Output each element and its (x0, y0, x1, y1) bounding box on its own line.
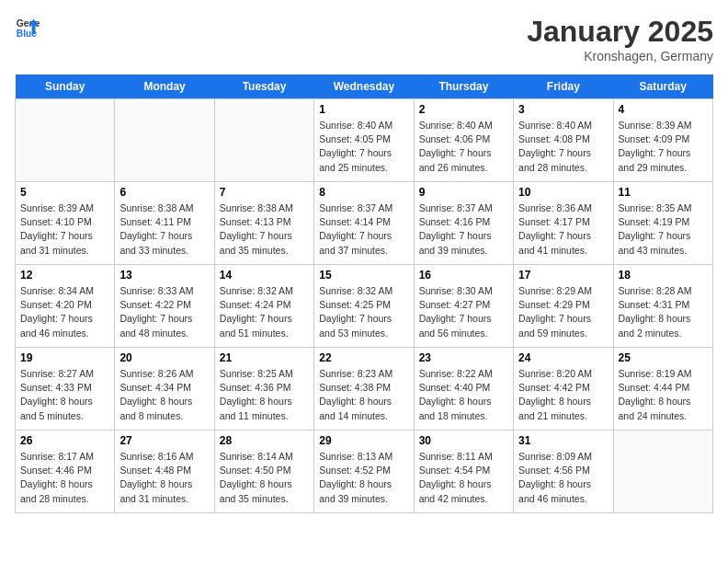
day-cell-23: 23Sunrise: 8:22 AM Sunset: 4:40 PM Dayli… (414, 348, 513, 431)
day-info: Sunrise: 8:39 AM Sunset: 4:09 PM Dayligh… (619, 119, 708, 175)
date-number: 19 (20, 351, 109, 364)
date-number: 23 (419, 351, 508, 364)
date-number: 11 (619, 186, 708, 199)
empty-cell (115, 99, 214, 182)
date-number: 15 (319, 269, 408, 282)
date-number: 20 (119, 351, 209, 364)
date-number: 2 (419, 103, 508, 116)
day-info: Sunrise: 8:32 AM Sunset: 4:25 PM Dayligh… (319, 284, 408, 340)
weekday-header-wednesday: Wednesday (314, 75, 414, 99)
date-number: 25 (619, 351, 708, 364)
day-info: Sunrise: 8:38 AM Sunset: 4:11 PM Dayligh… (119, 201, 209, 258)
date-number: 22 (319, 351, 408, 364)
day-cell-5: 5Sunrise: 8:39 AM Sunset: 4:10 PM Daylig… (16, 182, 115, 265)
day-info: Sunrise: 8:27 AM Sunset: 4:33 PM Dayligh… (20, 367, 109, 423)
day-cell-15: 15Sunrise: 8:32 AM Sunset: 4:25 PM Dayli… (314, 265, 414, 348)
day-cell-30: 30Sunrise: 8:11 AM Sunset: 4:54 PM Dayli… (414, 431, 513, 513)
day-info: Sunrise: 8:19 AM Sunset: 4:44 PM Dayligh… (619, 367, 708, 423)
day-cell-7: 7Sunrise: 8:38 AM Sunset: 4:13 PM Daylig… (214, 182, 313, 265)
weekday-header-row: SundayMondayTuesdayWednesdayThursdayFrid… (16, 75, 713, 99)
day-info: Sunrise: 8:13 AM Sunset: 4:52 PM Dayligh… (319, 450, 408, 506)
day-cell-6: 6Sunrise: 8:38 AM Sunset: 4:11 PM Daylig… (115, 182, 214, 265)
day-info: Sunrise: 8:23 AM Sunset: 4:38 PM Dayligh… (319, 367, 408, 423)
day-cell-8: 8Sunrise: 8:37 AM Sunset: 4:14 PM Daylig… (314, 182, 414, 265)
day-cell-17: 17Sunrise: 8:29 AM Sunset: 4:29 PM Dayli… (514, 265, 613, 348)
logo-icon: General Blue (15, 15, 40, 40)
day-cell-3: 3Sunrise: 8:40 AM Sunset: 4:08 PM Daylig… (514, 99, 613, 182)
page-header: General Blue January 2025 Kronshagen, Ge… (15, 15, 713, 63)
date-number: 14 (220, 269, 309, 282)
date-number: 24 (518, 351, 608, 364)
day-info: Sunrise: 8:38 AM Sunset: 4:13 PM Dayligh… (220, 201, 309, 258)
day-info: Sunrise: 8:34 AM Sunset: 4:20 PM Dayligh… (20, 284, 109, 340)
day-cell-31: 31Sunrise: 8:09 AM Sunset: 4:56 PM Dayli… (514, 431, 613, 513)
date-number: 9 (419, 186, 508, 199)
day-cell-22: 22Sunrise: 8:23 AM Sunset: 4:38 PM Dayli… (314, 348, 414, 431)
date-number: 17 (518, 269, 608, 282)
day-info: Sunrise: 8:39 AM Sunset: 4:10 PM Dayligh… (20, 201, 109, 258)
day-info: Sunrise: 8:33 AM Sunset: 4:22 PM Dayligh… (119, 284, 209, 340)
day-info: Sunrise: 8:32 AM Sunset: 4:24 PM Dayligh… (220, 284, 309, 340)
day-cell-29: 29Sunrise: 8:13 AM Sunset: 4:52 PM Dayli… (314, 431, 414, 513)
day-cell-10: 10Sunrise: 8:36 AM Sunset: 4:17 PM Dayli… (514, 182, 613, 265)
day-info: Sunrise: 8:37 AM Sunset: 4:14 PM Dayligh… (319, 201, 408, 258)
date-number: 21 (220, 351, 309, 364)
day-cell-9: 9Sunrise: 8:37 AM Sunset: 4:16 PM Daylig… (414, 182, 513, 265)
day-info: Sunrise: 8:35 AM Sunset: 4:19 PM Dayligh… (619, 201, 708, 258)
logo: General Blue (15, 15, 40, 40)
day-cell-18: 18Sunrise: 8:28 AM Sunset: 4:31 PM Dayli… (613, 265, 712, 348)
day-cell-2: 2Sunrise: 8:40 AM Sunset: 4:06 PM Daylig… (414, 99, 513, 182)
day-cell-14: 14Sunrise: 8:32 AM Sunset: 4:24 PM Dayli… (214, 265, 313, 348)
day-cell-25: 25Sunrise: 8:19 AM Sunset: 4:44 PM Dayli… (613, 348, 712, 431)
day-cell-21: 21Sunrise: 8:25 AM Sunset: 4:36 PM Dayli… (214, 348, 313, 431)
day-cell-16: 16Sunrise: 8:30 AM Sunset: 4:27 PM Dayli… (414, 265, 513, 348)
empty-cell (16, 99, 115, 182)
day-cell-24: 24Sunrise: 8:20 AM Sunset: 4:42 PM Dayli… (514, 348, 613, 431)
date-number: 16 (419, 269, 508, 282)
day-cell-11: 11Sunrise: 8:35 AM Sunset: 4:19 PM Dayli… (613, 182, 712, 265)
empty-cell (613, 431, 712, 513)
calendar-title: January 2025 (527, 15, 713, 49)
date-number: 26 (20, 434, 109, 447)
day-cell-20: 20Sunrise: 8:26 AM Sunset: 4:34 PM Dayli… (115, 348, 214, 431)
day-info: Sunrise: 8:40 AM Sunset: 4:08 PM Dayligh… (518, 119, 608, 175)
date-number: 1 (319, 103, 408, 116)
day-info: Sunrise: 8:26 AM Sunset: 4:34 PM Dayligh… (119, 367, 209, 423)
day-info: Sunrise: 8:40 AM Sunset: 4:05 PM Dayligh… (319, 119, 408, 175)
calendar-table: SundayMondayTuesdayWednesdayThursdayFrid… (15, 75, 713, 513)
day-cell-26: 26Sunrise: 8:17 AM Sunset: 4:46 PM Dayli… (16, 431, 115, 513)
day-info: Sunrise: 8:25 AM Sunset: 4:36 PM Dayligh… (220, 367, 309, 423)
date-number: 18 (619, 269, 708, 282)
empty-cell (214, 99, 313, 182)
day-cell-12: 12Sunrise: 8:34 AM Sunset: 4:20 PM Dayli… (16, 265, 115, 348)
day-info: Sunrise: 8:14 AM Sunset: 4:50 PM Dayligh… (220, 450, 309, 506)
day-info: Sunrise: 8:16 AM Sunset: 4:48 PM Dayligh… (119, 450, 209, 506)
calendar-subtitle: Kronshagen, Germany (527, 49, 713, 63)
week-row-5: 26Sunrise: 8:17 AM Sunset: 4:46 PM Dayli… (16, 431, 713, 513)
day-info: Sunrise: 8:36 AM Sunset: 4:17 PM Dayligh… (518, 201, 608, 258)
date-number: 10 (518, 186, 608, 199)
weekday-header-friday: Friday (514, 75, 613, 99)
date-number: 4 (619, 103, 708, 116)
date-number: 29 (319, 434, 408, 447)
day-info: Sunrise: 8:40 AM Sunset: 4:06 PM Dayligh… (419, 119, 508, 175)
day-cell-1: 1Sunrise: 8:40 AM Sunset: 4:05 PM Daylig… (314, 99, 414, 182)
weekday-header-saturday: Saturday (613, 75, 712, 99)
weekday-header-thursday: Thursday (414, 75, 513, 99)
week-row-1: 1Sunrise: 8:40 AM Sunset: 4:05 PM Daylig… (16, 99, 713, 182)
date-number: 8 (319, 186, 408, 199)
day-info: Sunrise: 8:11 AM Sunset: 4:54 PM Dayligh… (419, 450, 508, 506)
date-number: 7 (220, 186, 309, 199)
date-number: 3 (518, 103, 608, 116)
day-cell-27: 27Sunrise: 8:16 AM Sunset: 4:48 PM Dayli… (115, 431, 214, 513)
date-number: 31 (518, 434, 608, 447)
date-number: 27 (119, 434, 209, 447)
weekday-header-tuesday: Tuesday (214, 75, 313, 99)
date-number: 5 (20, 186, 109, 199)
date-number: 28 (220, 434, 309, 447)
date-number: 6 (119, 186, 209, 199)
day-cell-4: 4Sunrise: 8:39 AM Sunset: 4:09 PM Daylig… (613, 99, 712, 182)
title-area: January 2025 Kronshagen, Germany (527, 15, 713, 63)
week-row-4: 19Sunrise: 8:27 AM Sunset: 4:33 PM Dayli… (16, 348, 713, 431)
date-number: 13 (119, 269, 209, 282)
